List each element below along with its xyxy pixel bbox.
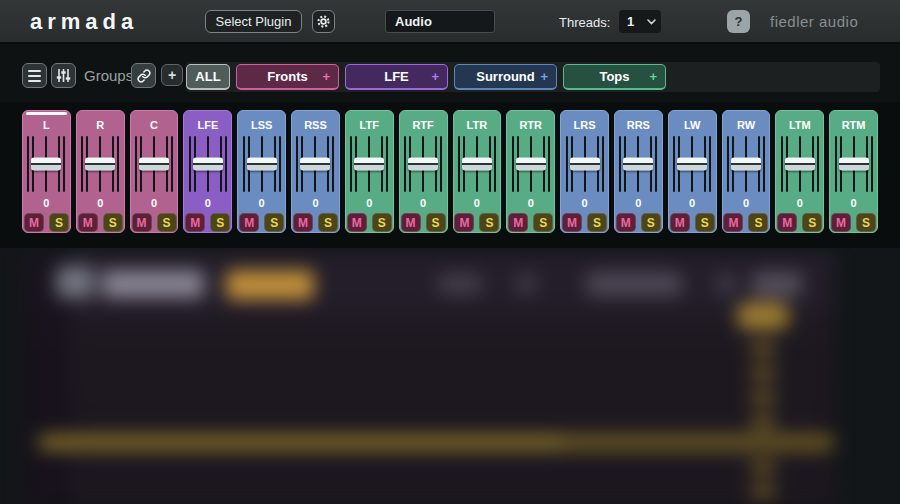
fader-handle[interactable] [623, 158, 653, 171]
blur-blob [226, 270, 314, 300]
channel-label: LTM [776, 119, 823, 131]
fader-handle[interactable] [408, 158, 438, 171]
group-tab-lfe[interactable]: LFE + [345, 64, 448, 90]
mixer-view-button[interactable] [51, 63, 76, 88]
fader-handle[interactable] [677, 158, 707, 171]
fader-handle[interactable] [462, 158, 492, 171]
fader-handle[interactable] [85, 158, 115, 171]
solo-button[interactable]: S [587, 213, 607, 232]
channel-strip-ltf[interactable]: LTF 0 M S [345, 110, 394, 233]
mute-button[interactable]: M [293, 213, 313, 232]
channel-fader [295, 136, 335, 192]
channel-strip-rtm[interactable]: RTM 0 M S [829, 110, 878, 233]
settings-button[interactable] [312, 10, 335, 33]
solo-button[interactable]: S [533, 213, 553, 232]
group-tab-all[interactable]: ALL [186, 64, 230, 90]
mute-button[interactable]: M [454, 213, 474, 232]
fader-handle[interactable] [31, 158, 61, 171]
fader-handle[interactable] [785, 158, 815, 171]
fader-track-line [458, 136, 460, 192]
select-plugin-button[interactable]: Select Plugin [205, 10, 302, 33]
mute-button[interactable]: M [508, 213, 528, 232]
group-tab-plus-icon[interactable]: + [649, 69, 657, 84]
group-tab-fronts[interactable]: Fronts + [236, 64, 339, 90]
mute-button[interactable]: M [347, 213, 367, 232]
menu-button[interactable] [22, 63, 47, 88]
mute-button[interactable]: M [670, 213, 690, 232]
channel-strip-c[interactable]: C 0 M S [130, 110, 179, 233]
fader-handle[interactable] [570, 158, 600, 171]
channel-strip-rrs[interactable]: RRS 0 M S [614, 110, 663, 233]
fader-handle[interactable] [731, 158, 761, 171]
fader-track-line [871, 136, 873, 192]
solo-button[interactable]: S [695, 213, 715, 232]
armada-logo: armada [30, 9, 138, 35]
channel-strip-rtr[interactable]: RTR 0 M S [506, 110, 555, 233]
hamburger-menu-icon [28, 70, 41, 82]
solo-button[interactable]: S [479, 213, 499, 232]
group-tab-plus-icon[interactable]: + [322, 69, 330, 84]
channel-gain-value: 0 [507, 197, 554, 209]
channel-fader [134, 136, 174, 192]
channel-strip-rw[interactable]: RW 0 M S [722, 110, 771, 233]
solo-button[interactable]: S [856, 213, 876, 232]
link-groups-button[interactable] [131, 63, 156, 88]
group-tab-tops[interactable]: Tops + [563, 64, 666, 90]
fader-handle[interactable] [193, 158, 223, 171]
mute-button[interactable]: M [24, 213, 44, 232]
solo-button[interactable]: S [210, 213, 230, 232]
mute-button[interactable]: M [185, 213, 205, 232]
channel-strip-lw[interactable]: LW 0 M S [668, 110, 717, 233]
mute-button[interactable]: M [401, 213, 421, 232]
mute-button[interactable]: M [777, 213, 797, 232]
mute-button[interactable]: M [78, 213, 98, 232]
fader-track-line [386, 136, 388, 192]
solo-button[interactable]: S [641, 213, 661, 232]
channel-label: RRS [615, 119, 662, 131]
mute-button[interactable]: M [831, 213, 851, 232]
fader-handle[interactable] [247, 158, 277, 171]
mute-solo-row: M S [292, 213, 339, 232]
channel-gain-value: 0 [561, 197, 608, 209]
fader-handle[interactable] [300, 158, 330, 171]
mute-button[interactable]: M [132, 213, 152, 232]
mute-button[interactable]: M [562, 213, 582, 232]
channel-strip-l[interactable]: L 0 M S [22, 110, 71, 233]
channel-strip-ltr[interactable]: LTR 0 M S [453, 110, 502, 233]
channel-strip-rtf[interactable]: RTF 0 M S [399, 110, 448, 233]
channel-strip-lss[interactable]: LSS 0 M S [237, 110, 286, 233]
groups-label: Groups [84, 67, 133, 84]
mute-button[interactable]: M [616, 213, 636, 232]
help-button[interactable]: ? [727, 10, 750, 33]
threads-dropdown[interactable]: 1 [619, 10, 661, 33]
fader-handle[interactable] [839, 158, 869, 171]
fader-handle[interactable] [354, 158, 384, 171]
channel-strip-rss[interactable]: RSS 0 M S [291, 110, 340, 233]
blur-blob [438, 274, 482, 294]
audio-input[interactable]: Audio [385, 10, 495, 33]
channel-fader [349, 136, 389, 192]
channel-strip-ltm[interactable]: LTM 0 M S [775, 110, 824, 233]
solo-button[interactable]: S [264, 213, 284, 232]
group-tab-surround[interactable]: Surround + [454, 64, 557, 90]
solo-button[interactable]: S [157, 213, 177, 232]
group-tab-plus-icon[interactable]: + [540, 69, 548, 84]
group-tab-label: LFE [384, 69, 409, 84]
solo-button[interactable]: S [372, 213, 392, 232]
add-group-button[interactable]: + [161, 64, 183, 86]
fader-handle[interactable] [139, 158, 169, 171]
solo-button[interactable]: S [802, 213, 822, 232]
mute-button[interactable]: M [723, 213, 743, 232]
channel-strip-r[interactable]: R 0 M S [76, 110, 125, 233]
solo-button[interactable]: S [426, 213, 446, 232]
channel-strip-lrs[interactable]: LRS 0 M S [560, 110, 609, 233]
blur-blob [716, 274, 736, 294]
solo-button[interactable]: S [103, 213, 123, 232]
solo-button[interactable]: S [49, 213, 69, 232]
solo-button[interactable]: S [318, 213, 338, 232]
mute-button[interactable]: M [239, 213, 259, 232]
fader-handle[interactable] [516, 158, 546, 171]
channel-strip-lfe[interactable]: LFE 0 M S [183, 110, 232, 233]
group-tab-plus-icon[interactable]: + [431, 69, 439, 84]
solo-button[interactable]: S [748, 213, 768, 232]
